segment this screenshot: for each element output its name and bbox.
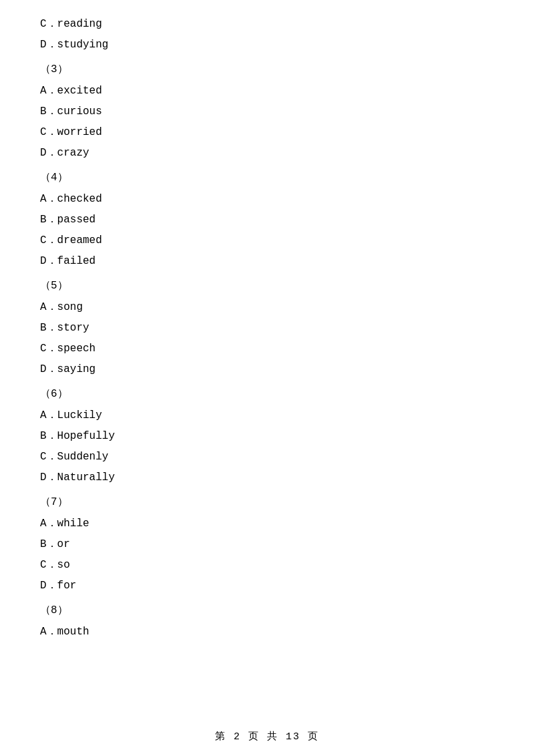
option-item: C．dreamed <box>40 231 494 250</box>
main-content: C．readingD．studying（3）A．excitedB．curious… <box>40 15 494 642</box>
section-label: （5） <box>40 276 494 296</box>
option-item: B．curious <box>40 102 494 122</box>
section-label: （6） <box>40 385 494 404</box>
page-footer: 第 2 页 共 13 页 <box>0 730 534 743</box>
option-item: C．reading <box>40 15 494 34</box>
option-item: A．checked <box>40 190 494 209</box>
option-item: D．Naturally <box>40 468 494 488</box>
section-label: （7） <box>40 493 494 512</box>
option-item: D．failed <box>40 252 494 271</box>
option-item: C．Suddenly <box>40 447 494 467</box>
option-item: A．song <box>40 298 494 317</box>
option-item: C．so <box>40 556 494 575</box>
option-item: A．mouth <box>40 622 494 642</box>
option-item: C．worried <box>40 123 494 142</box>
option-item: B．Hopefully <box>40 427 494 446</box>
option-item: B．story <box>40 319 494 338</box>
section-label: （4） <box>40 168 494 188</box>
option-item: D．studying <box>40 35 494 55</box>
option-item: A．Luckily <box>40 406 494 425</box>
option-item: D．crazy <box>40 144 494 163</box>
option-item: D．for <box>40 576 494 596</box>
option-item: C．speech <box>40 339 494 359</box>
option-item: B．passed <box>40 210 494 230</box>
option-item: B．or <box>40 535 494 554</box>
option-item: D．saying <box>40 360 494 379</box>
section-label: （8） <box>40 601 494 620</box>
option-item: A．while <box>40 514 494 534</box>
option-item: A．excited <box>40 81 494 101</box>
section-label: （3） <box>40 60 494 79</box>
